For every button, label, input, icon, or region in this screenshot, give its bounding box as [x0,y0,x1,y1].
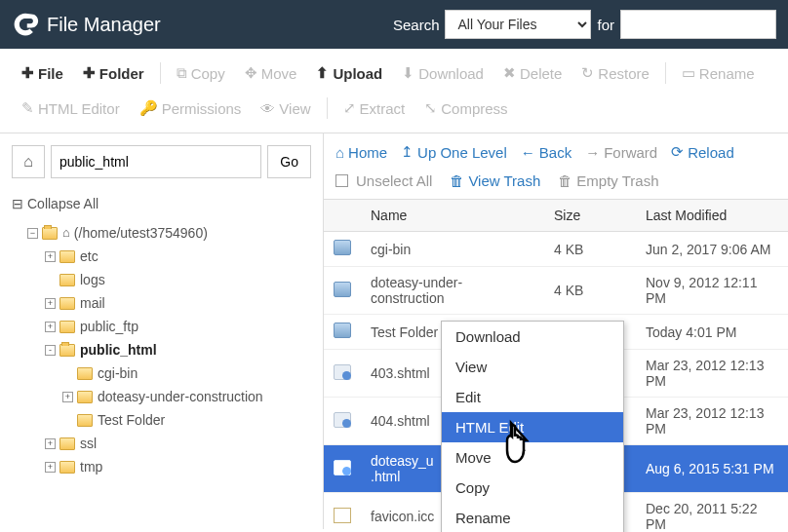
html-editor-button[interactable]: ✎HTML Editor [12,94,130,123]
main-area: ⌂ Go ⊟ Collapse All − ⌂ (/home/utest3754… [0,133,788,529]
ico-icon [334,508,351,523]
upload-icon: ⬆ [316,64,329,82]
view-trash[interactable]: 🗑View Trash [450,172,540,189]
nav-forward[interactable]: →Forward [585,144,657,161]
table-row[interactable]: cgi-bin4 KBJun 2, 2017 9:06 AM [324,232,788,267]
up-icon: ↥ [401,143,414,161]
compress-button[interactable]: ⤡Compress [414,94,517,123]
empty-trash[interactable]: 🗑Empty Trash [558,172,658,189]
nav-up[interactable]: ↥Up One Level [401,143,507,161]
context-menu-item[interactable]: Edit [442,382,623,412]
search-label: Search [393,17,440,33]
tree-item-label: logs [80,269,105,290]
context-menu-item[interactable]: View [442,352,623,382]
nav-back[interactable]: ←Back [521,144,571,161]
table-row[interactable]: doteasy-under-construction4 KBNov 9, 201… [324,267,788,315]
delete-button[interactable]: ✖Delete [493,58,571,88]
move-button[interactable]: ✥Move [235,58,307,88]
plus-icon: ✚ [21,64,34,82]
context-menu-item[interactable]: Rename [442,503,623,532]
expander-icon[interactable]: + [45,322,56,332]
expander-icon[interactable]: + [45,251,56,262]
app-title: File Manager [47,14,161,36]
reload-icon: ⟳ [671,143,684,161]
app-header: File Manager Search All Your Files for [0,0,788,49]
context-menu-item[interactable]: HTML Edit [442,412,623,442]
download-icon: ⬇ [402,64,414,82]
nav-home[interactable]: ⌂Home [335,144,387,161]
extract-icon: ⤢ [343,99,356,117]
folder-icon [334,240,351,255]
move-icon: ✥ [245,64,257,82]
tree-item[interactable]: cgi-bin [12,361,311,385]
upload-button[interactable]: ⬆Upload [306,58,392,88]
home-icon: ⌂ [62,222,70,244]
view-button[interactable]: 👁View [251,95,320,123]
tree-item[interactable]: -public_html [12,338,311,361]
download-button[interactable]: ⬇Download [392,58,493,88]
permissions-button[interactable]: 🔑Permissions [130,94,252,123]
expander-icon[interactable]: - [45,345,56,356]
tree-root[interactable]: − ⌂ (/home/utest3754960) [12,221,311,245]
tree-item-label: etc [80,246,98,267]
tree-tools: ⊟ Collapse All [0,190,323,221]
tree-item-label: doteasy-under-construction [98,386,263,407]
file-size: 4 KB [544,234,636,265]
expander-icon[interactable]: + [45,438,56,449]
copy-button[interactable]: ⧉Copy [167,58,235,88]
col-name[interactable]: Name [361,200,544,231]
expander-icon[interactable]: + [45,298,56,309]
trash-icon: 🗑 [450,172,464,189]
tree-item[interactable]: +tmp [12,455,311,478]
tree-item[interactable]: +etc [12,245,311,268]
file-name: cgi-bin [361,234,544,265]
key-icon: 🔑 [139,99,158,117]
expander-icon [45,275,56,285]
search-scope-select[interactable]: All Your Files [445,10,591,39]
tree-item-label: public_ftp [80,316,138,337]
search-area: Search All Your Files for [393,10,776,39]
go-button[interactable]: Go [267,145,311,178]
folder-icon [77,367,93,380]
nav-reload[interactable]: ⟳Reload [671,143,734,161]
path-bar: ⌂ Go [0,133,323,190]
expander-icon[interactable]: − [27,228,38,239]
copy-icon: ⧉ [177,64,187,82]
tree-item[interactable]: +doteasy-under-construction [12,385,311,408]
html-icon [334,412,351,428]
tree-item[interactable]: +public_ftp [12,315,311,338]
tree-item[interactable]: Test Folder [12,408,311,432]
rename-button[interactable]: ▭Rename [672,58,765,88]
col-modified[interactable]: Last Modified [636,200,788,231]
folder-icon [59,250,75,263]
col-size[interactable]: Size [544,200,636,231]
home-button[interactable]: ⌂ [12,145,45,178]
file-modified: Mar 23, 2012 12:13 PM [636,350,788,397]
folder-icon [42,227,58,240]
collapse-all-button[interactable]: ⊟ Collapse All [12,196,98,211]
context-menu: DownloadViewEditHTML EditMoveCopyRenameC… [441,321,624,532]
unselect-all[interactable]: Unselect All [335,172,432,189]
tree-item[interactable]: +ssl [12,432,311,455]
folder-icon [59,297,75,310]
expander-icon[interactable]: + [62,392,73,402]
new-folder-button[interactable]: ✚Folder [73,58,154,88]
tree-item-label: tmp [80,456,102,477]
file-modified: Mar 23, 2012 12:13 PM [636,398,788,444]
new-file-button[interactable]: ✚File [12,58,73,88]
context-menu-item[interactable]: Download [442,322,623,352]
context-menu-item[interactable]: Copy [442,473,623,503]
search-input[interactable] [620,10,776,39]
folder-icon [334,282,351,297]
tree-item[interactable]: +mail [12,291,311,315]
tree-item[interactable]: logs [12,268,311,291]
file-navbar-2: Unselect All 🗑View Trash 🗑Empty Trash [324,167,788,200]
extract-button[interactable]: ⤢Extract [334,94,415,123]
folder-icon [59,437,75,450]
context-menu-item[interactable]: Move [442,442,623,473]
restore-button[interactable]: ↻Restore [571,58,659,88]
path-input[interactable] [51,145,261,178]
folder-tree: − ⌂ (/home/utest3754960) +etclogs+mail+p… [0,221,323,490]
forward-icon: → [585,144,600,161]
expander-icon[interactable]: + [45,462,56,473]
